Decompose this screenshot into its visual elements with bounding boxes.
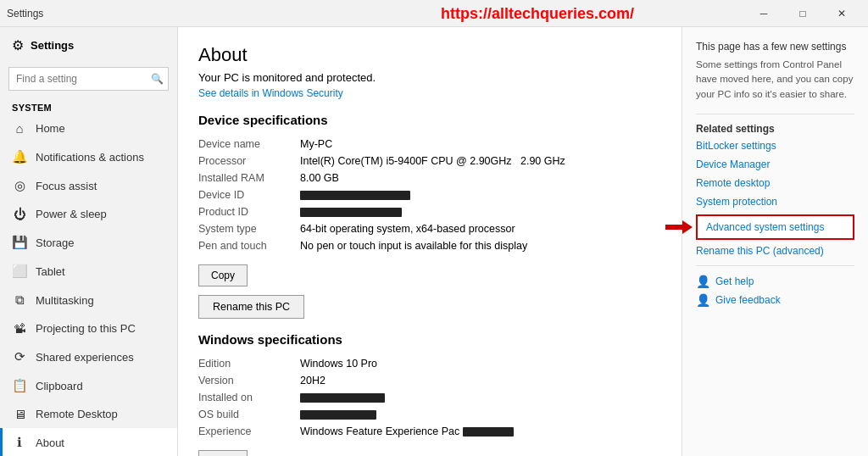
- spec-value-ram: 8.00 GB: [300, 170, 661, 186]
- sidebar-item-multitasking-label: Multitasking: [36, 294, 94, 307]
- spec-value-device-name: My-PC: [300, 136, 661, 153]
- titlebar-controls: ─ □ ✕: [744, 0, 861, 27]
- related-settings-label: Related settings: [696, 123, 854, 135]
- sidebar-item-projecting-label: Projecting to this PC: [36, 322, 136, 335]
- give-feedback-item: 👤 Give feedback: [696, 293, 854, 307]
- sidebar-item-power[interactable]: ⏻ Power & sleep: [0, 200, 177, 228]
- win-spec-row-os-build: OS build: [198, 406, 661, 423]
- remote-desktop-link[interactable]: Remote desktop: [696, 177, 854, 189]
- new-settings-title: This page has a few new settings: [696, 41, 854, 53]
- sidebar-item-power-label: Power & sleep: [36, 208, 107, 220]
- sidebar-item-notifications[interactable]: 🔔 Notifications & actions: [0, 142, 177, 171]
- divider-2: [696, 265, 854, 266]
- spec-row-product-id: Product ID: [198, 203, 661, 220]
- watermark: https://alltechqueries.com/: [441, 5, 634, 23]
- maximize-button[interactable]: □: [783, 0, 822, 27]
- win-spec-label-version: Version: [198, 372, 300, 389]
- sidebar-item-multitasking[interactable]: ⧉ Multitasking: [0, 286, 177, 314]
- advanced-system-link[interactable]: Advanced system settings: [706, 221, 844, 233]
- sidebar-item-clipboard-label: Clipboard: [36, 380, 83, 392]
- spec-value-processor: Intel(R) Core(TM) i5-9400F CPU @ 2.90GHz…: [300, 153, 661, 170]
- sidebar-item-storage[interactable]: 💾 Storage: [0, 228, 177, 257]
- win-spec-row-experience: Experience Windows Feature Experience Pa…: [198, 423, 661, 440]
- sidebar-item-clipboard[interactable]: 📋 Clipboard: [0, 371, 177, 400]
- spec-row-device-id: Device ID: [198, 186, 661, 203]
- storage-icon: 💾: [12, 235, 27, 250]
- get-help-item: 👤 Get help: [696, 275, 854, 288]
- spec-label-processor: Processor: [198, 153, 300, 170]
- spec-row-processor: Processor Intel(R) Core(TM) i5-9400F CPU…: [198, 153, 661, 170]
- search-input[interactable]: [8, 67, 169, 91]
- sidebar-item-about[interactable]: ℹ About: [0, 428, 177, 456]
- home-icon: ⌂: [12, 121, 27, 136]
- sidebar: ⚙ Settings 🔍 System ⌂ Home 🔔 Notificatio…: [0, 27, 178, 456]
- get-help-link[interactable]: Get help: [715, 275, 754, 287]
- spec-row-pen-touch: Pen and touch No pen or touch input is a…: [198, 237, 661, 254]
- main-window: ⚙ Settings 🔍 System ⌂ Home 🔔 Notificatio…: [0, 27, 868, 456]
- win-spec-row-installed-on: Installed on: [198, 389, 661, 406]
- sidebar-section-system: System: [0, 97, 177, 114]
- security-link[interactable]: See details in Windows Security: [198, 87, 661, 99]
- system-protection-link[interactable]: System protection: [696, 196, 854, 208]
- arrow-indicator: [665, 220, 693, 234]
- win-spec-value-installed-on: [300, 389, 661, 406]
- give-feedback-link[interactable]: Give feedback: [715, 294, 781, 306]
- sidebar-item-remote-label: Remote Desktop: [36, 408, 118, 420]
- sidebar-item-about-label: About: [36, 437, 64, 449]
- spec-label-product-id: Product ID: [198, 203, 300, 220]
- minimize-button[interactable]: ─: [744, 0, 783, 27]
- spec-value-product-id: [300, 203, 661, 220]
- win-spec-label-installed-on: Installed on: [198, 389, 300, 406]
- notifications-icon: 🔔: [12, 149, 27, 164]
- sidebar-item-notifications-label: Notifications & actions: [36, 151, 144, 164]
- sidebar-item-tablet[interactable]: ⬜ Tablet: [0, 257, 177, 286]
- sidebar-item-storage-label: Storage: [36, 236, 75, 249]
- pc-status-text: Your PC is monitored and protected.: [198, 71, 661, 84]
- win-spec-value-experience: Windows Feature Experience Pac: [300, 423, 661, 440]
- copy-windows-button[interactable]: Copy: [198, 450, 248, 456]
- support-section: 👤 Get help 👤 Give feedback: [696, 275, 854, 307]
- copy-device-button[interactable]: Copy: [198, 264, 248, 286]
- device-manager-link[interactable]: Device Manager: [696, 158, 854, 170]
- bitlocker-link[interactable]: BitLocker settings: [696, 140, 854, 152]
- new-settings-body: Some settings from Control Panel have mo…: [696, 58, 854, 102]
- spec-label-device-id: Device ID: [198, 186, 300, 203]
- rename-pc-button[interactable]: Rename this PC: [198, 295, 304, 319]
- sidebar-item-projecting[interactable]: 📽 Projecting to this PC: [0, 314, 177, 342]
- search-icon: 🔍: [151, 73, 164, 85]
- spec-label-pen-touch: Pen and touch: [198, 237, 300, 254]
- spec-row-ram: Installed RAM 8.00 GB: [198, 170, 661, 186]
- tablet-icon: ⬜: [12, 264, 27, 279]
- sidebar-item-shared[interactable]: ⟳ Shared experiences: [0, 342, 177, 371]
- power-icon: ⏻: [12, 207, 27, 221]
- advanced-system-box: Advanced system settings: [696, 214, 854, 240]
- spec-value-pen-touch: No pen or touch input is available for t…: [300, 237, 661, 254]
- sidebar-header: ⚙ Settings: [0, 27, 177, 64]
- focus-icon: ◎: [12, 178, 27, 193]
- spec-label-ram: Installed RAM: [198, 170, 300, 186]
- sidebar-item-home[interactable]: ⌂ Home: [0, 114, 177, 142]
- win-spec-label-os-build: OS build: [198, 406, 300, 423]
- give-feedback-icon: 👤: [696, 293, 710, 307]
- close-button[interactable]: ✕: [822, 0, 861, 27]
- about-icon: ℹ: [12, 435, 27, 450]
- spec-value-device-id: [300, 186, 661, 203]
- spec-label-system-type: System type: [198, 220, 300, 237]
- right-panel: This page has a few new settings Some se…: [682, 27, 868, 456]
- arrow-body: [665, 225, 682, 230]
- sidebar-item-remote[interactable]: 🖥 Remote Desktop: [0, 400, 177, 428]
- sidebar-item-focus-label: Focus assist: [36, 180, 97, 192]
- spec-label-device-name: Device name: [198, 136, 300, 153]
- spec-row-device-name: Device name My-PC: [198, 136, 661, 153]
- settings-gear-icon: ⚙: [12, 37, 24, 53]
- sidebar-search-container: 🔍: [8, 67, 169, 91]
- win-spec-label-experience: Experience: [198, 423, 300, 440]
- windows-section-title: Windows specifications: [198, 332, 661, 347]
- rename-advanced-link[interactable]: Rename this PC (advanced): [696, 245, 854, 257]
- win-spec-value-edition: Windows 10 Pro: [300, 355, 661, 372]
- sidebar-item-focus[interactable]: ◎ Focus assist: [0, 171, 177, 200]
- page-title: About: [198, 44, 661, 66]
- windows-spec-table: Edition Windows 10 Pro Version 20H2 Inst…: [198, 355, 661, 440]
- main-content: About Your PC is monitored and protected…: [178, 27, 682, 456]
- spec-value-system-type: 64-bit operating system, x64-based proce…: [300, 220, 661, 237]
